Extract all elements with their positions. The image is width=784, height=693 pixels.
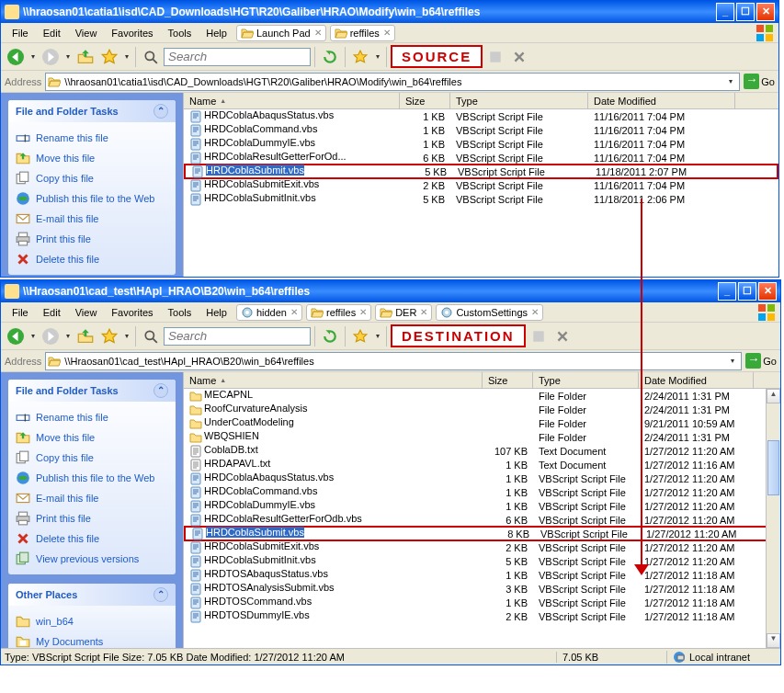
file-row[interactable]: HRDCoblaSubmitInit.vbs5 KBVBScript Scrip… [184, 554, 780, 568]
back-button[interactable] [5, 46, 27, 68]
tab-hidden[interactable]: hidden✕ [236, 304, 302, 321]
collapse-icon[interactable]: ⌃ [153, 587, 168, 602]
sidebar-task[interactable]: Rename this file [16, 128, 168, 148]
column-type[interactable]: Type [450, 93, 588, 108]
views-button[interactable] [349, 46, 371, 68]
stop-button[interactable] [528, 325, 550, 347]
address-input[interactable]: \\Hraosan01\cad_test\HApl_HRAO\B20\win_b… [45, 352, 742, 370]
file-row[interactable]: HRDCoblaResultGetterForOdb.vbs6 KBVBScri… [184, 513, 780, 527]
close-button[interactable]: ✕ [758, 282, 777, 301]
file-row[interactable]: HRDCoblaResultGetterForOd...6 KBVBScript… [184, 151, 778, 165]
maximize-button[interactable]: ☐ [736, 3, 755, 21]
scroll-up-button[interactable]: ▲ [767, 389, 780, 403]
vertical-scrollbar[interactable]: ▲ ▼ [766, 389, 780, 648]
sidebar-task[interactable]: View previous versions [16, 549, 168, 569]
collapse-icon[interactable]: ⌃ [153, 383, 168, 398]
up-button[interactable] [74, 46, 97, 68]
stop-button[interactable] [484, 46, 506, 68]
search-input[interactable] [164, 327, 311, 346]
file-row[interactable]: HRDCoblaCommand.vbs1 KBVBScript Script F… [184, 485, 780, 499]
column-type[interactable]: Type [533, 372, 639, 388]
sidebar-task[interactable]: Publish this file to the Web [16, 188, 168, 209]
titlebar[interactable]: \\hraosan01\catia1\isd\CAD_Downloads\HGT… [1, 1, 778, 23]
file-row[interactable]: HRDCoblaSubmit.vbs5 KBVBScript Script Fi… [184, 164, 778, 179]
file-row[interactable]: HRDCoblaDummyIE.vbs1 KBVBScript Script F… [184, 137, 778, 151]
column-date[interactable]: Date Modified [639, 372, 754, 388]
sidebar-task[interactable]: Print this file [16, 508, 168, 528]
sidebar-task[interactable]: My Documents [16, 631, 168, 648]
refresh-button[interactable] [319, 46, 341, 68]
file-row[interactable]: HRDCoblaAbaqusStatus.vbs1 KBVBScript Scr… [184, 109, 778, 123]
menu-view[interactable]: View [68, 305, 105, 320]
tab-reffiles[interactable]: reffiles✕ [330, 25, 395, 41]
menu-favorites[interactable]: Favorites [104, 305, 160, 320]
sidebar-task[interactable]: Print this file [16, 229, 168, 249]
file-row[interactable]: HRDTOSAnalysisSubmit.vbs3 KBVBScript Scr… [184, 582, 780, 596]
tab-close-icon[interactable]: ✕ [383, 28, 391, 38]
menu-help[interactable]: Help [199, 305, 234, 320]
menu-edit[interactable]: Edit [36, 26, 68, 40]
column-date[interactable]: Date Modified [588, 93, 735, 108]
address-input[interactable]: \\hraosan01\catia1\isd\CAD_Downloads\HGT… [45, 73, 740, 91]
file-row[interactable]: HRDCoblaCommand.vbs1 KBVBScript Script F… [184, 123, 778, 137]
file-row[interactable]: RoofCurvatureAnalysisFile Folder2/24/201… [184, 403, 780, 416]
address-dropdown[interactable]: ▾ [724, 77, 737, 85]
menu-view[interactable]: View [68, 26, 105, 40]
tab-reffiles[interactable]: reffiles✕ [306, 304, 371, 321]
file-row[interactable]: HRDCoblaSubmitInit.vbs5 KBVBScript Scrip… [184, 192, 778, 206]
tab-launchpad[interactable]: Launch Pad✕ [236, 25, 326, 41]
collapse-icon[interactable]: ⌃ [153, 104, 168, 119]
views-button[interactable] [349, 325, 371, 347]
organize-button[interactable] [98, 46, 120, 68]
scroll-down-button[interactable]: ▼ [767, 633, 780, 648]
column-name[interactable]: Name [184, 93, 400, 108]
file-row[interactable]: HRDCoblaSubmitExit.vbs2 KBVBScript Scrip… [184, 540, 780, 554]
tab-close-icon[interactable]: ✕ [420, 307, 427, 317]
file-row[interactable]: HRDCoblaDummyIE.vbs1 KBVBScript Script F… [184, 499, 780, 513]
close-tab-button[interactable] [508, 46, 530, 68]
file-row[interactable]: HRDTOSAbaqusStatus.vbs1 KBVBScript Scrip… [184, 568, 780, 582]
sidebar-task[interactable]: Move this file [16, 148, 168, 168]
tab-close-icon[interactable]: ✕ [290, 307, 298, 317]
tab-der[interactable]: DER✕ [375, 304, 432, 321]
close-tab-button[interactable] [551, 325, 574, 347]
column-size[interactable]: Size [400, 93, 450, 108]
tab-close-icon[interactable]: ✕ [314, 28, 322, 38]
file-row[interactable]: CoblaDB.txt107 KBText Document1/27/2012 … [184, 444, 780, 458]
sidebar-task[interactable]: win_b64 [16, 611, 168, 631]
file-row[interactable]: HRDAPAVL.txt1 KBText Document1/27/2012 1… [184, 458, 780, 471]
go-button[interactable]: Go [745, 353, 777, 369]
file-row[interactable]: HRDTOSCommand.vbs1 KBVBScript Script Fil… [184, 596, 780, 609]
refresh-button[interactable] [319, 325, 341, 347]
minimize-button[interactable]: _ [716, 3, 734, 21]
file-row[interactable]: UnderCoatModelingFile Folder9/21/2011 10… [184, 416, 780, 430]
sidebar-task[interactable]: Copy this file [16, 168, 168, 188]
search-button[interactable] [140, 46, 162, 68]
back-button[interactable] [5, 325, 27, 347]
menu-tools[interactable]: Tools [161, 26, 199, 40]
menu-edit[interactable]: Edit [36, 305, 68, 320]
go-button[interactable]: Go [744, 74, 775, 89]
titlebar[interactable]: \\Hraosan01\cad_test\HApl_HRAO\B20\win_b… [1, 280, 780, 302]
menu-favorites[interactable]: Favorites [104, 26, 160, 40]
file-row[interactable]: MECAPNLFile Folder2/24/2011 1:31 PM [184, 389, 780, 403]
sidebar-task[interactable]: Move this file [16, 427, 168, 448]
menu-file[interactable]: File [5, 26, 36, 40]
column-name[interactable]: Name [184, 372, 483, 388]
menu-tools[interactable]: Tools [161, 305, 199, 320]
column-size[interactable]: Size [483, 372, 533, 388]
minimize-button[interactable]: _ [718, 282, 736, 301]
file-row[interactable]: HRDCoblaSubmit.vbs8 KBVBScript Script Fi… [184, 526, 780, 541]
address-dropdown[interactable]: ▾ [726, 357, 739, 365]
forward-button[interactable] [40, 325, 62, 347]
organize-button[interactable] [98, 325, 120, 347]
forward-button[interactable] [40, 46, 62, 68]
sidebar-task[interactable]: E-mail this file [16, 209, 168, 229]
tab-customsettings[interactable]: CustomSettings✕ [436, 304, 543, 321]
sidebar-task[interactable]: E-mail this file [16, 488, 168, 508]
back-dropdown[interactable]: ▾ [28, 52, 38, 61]
search-input[interactable] [164, 48, 311, 66]
close-button[interactable]: ✕ [756, 3, 775, 21]
search-button[interactable] [140, 325, 162, 347]
menu-file[interactable]: File [5, 305, 36, 320]
